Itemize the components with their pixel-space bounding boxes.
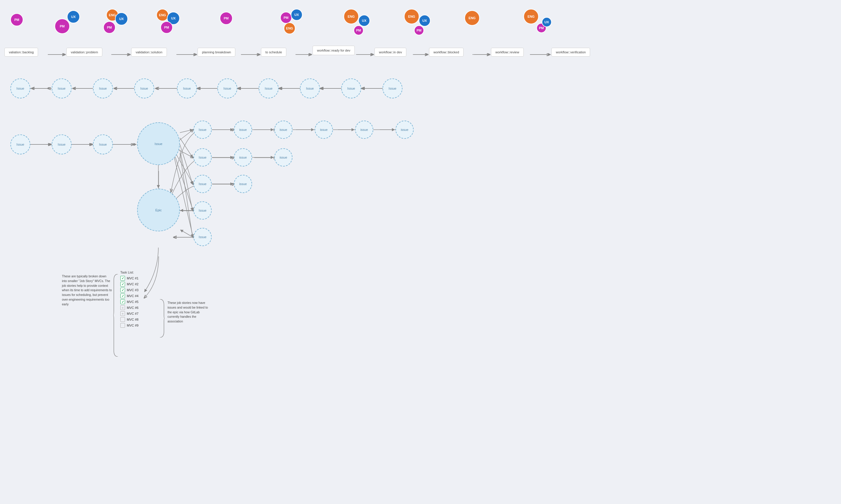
avatar-pm: PM <box>220 12 233 25</box>
avatar-ux: UX <box>67 10 80 23</box>
stage-backlog: valiation::backlog <box>4 48 38 57</box>
avatar-pm: PM <box>354 25 364 35</box>
stage-verification: workflow::verification <box>551 48 590 57</box>
avatar-pm: PM <box>10 13 23 26</box>
checkbox-4[interactable] <box>120 293 125 298</box>
epic-node: Epic <box>137 188 180 231</box>
issue-r1-1: Issue <box>10 78 30 98</box>
brace-right-svg <box>159 299 165 338</box>
task-item-6: MVC #6 <box>120 305 139 310</box>
avatar-row: PM PM UX ENG UX PM ENG UX PM PM PM UX EN… <box>0 6 841 44</box>
avatar-pm: PM <box>55 19 70 34</box>
task-item-8: MVC #8 <box>120 317 139 322</box>
task-item-2: MVC #2 <box>120 282 139 287</box>
issue-b2-3: issue <box>274 148 293 166</box>
avatar-pm: PM <box>160 21 173 34</box>
issue-b1-4: issue <box>315 121 333 139</box>
issue-r1-8: Issue <box>300 78 320 98</box>
issue-b1-6: issue <box>396 121 414 139</box>
issue-b4-1: Issue <box>193 201 212 220</box>
issue-r1-10: Issue <box>383 78 403 98</box>
task-label-2: MVC #2 <box>127 282 139 286</box>
svg-line-77 <box>180 138 193 157</box>
task-label-7: MVC #7 <box>127 312 139 316</box>
issue-b1-3: issue <box>274 121 293 139</box>
avatar-eng: ENG <box>284 22 296 34</box>
issue-r2-1: Issue <box>10 134 30 155</box>
issue-r1-7: Issue <box>259 78 279 98</box>
annotation-right: These job stories now have issues and wo… <box>168 301 212 324</box>
avatar-eng: ENG <box>523 9 539 24</box>
task-label-1: MVC #1 <box>127 276 139 280</box>
avatar-eng: ENG <box>465 10 480 26</box>
svg-line-85 <box>180 230 193 237</box>
issue-r1-3: Issue <box>93 78 113 98</box>
task-label-3: MVC #3 <box>127 288 139 292</box>
svg-line-71 <box>180 130 193 133</box>
stage-ready: workflow::ready for dev <box>313 46 355 55</box>
task-item-3: MVC #3 <box>120 288 139 292</box>
avatar-ux: UX <box>115 12 128 25</box>
issue-r2-2: Issue <box>52 134 72 155</box>
avatar-pm: PM <box>414 25 424 35</box>
avatar-ux: UX <box>542 17 552 27</box>
task-item-1: MVC #1 <box>120 276 139 281</box>
issue-b2-2: issue <box>234 148 252 166</box>
issue-r1-9: Issue <box>341 78 361 98</box>
task-label-5: MVC #5 <box>127 300 139 304</box>
issue-b5-1: Issue <box>193 228 212 246</box>
checkbox-8[interactable] <box>120 317 125 322</box>
checkbox-7[interactable] <box>120 311 125 316</box>
issue-r1-4: Issue <box>134 78 154 98</box>
main-canvas: PM PM UX ENG UX PM ENG UX PM PM PM UX EN… <box>0 0 841 504</box>
task-label-6: MVC #6 <box>127 306 139 309</box>
brace-svg <box>113 274 119 357</box>
issue-b2-1: Issue <box>193 148 212 166</box>
task-label-9: MVC #9 <box>127 324 139 327</box>
issue-b1-2: issue <box>234 121 252 139</box>
stage-planning: planning breakdown <box>197 48 235 57</box>
stage-problem: validation::problem <box>66 48 102 57</box>
issue-r1-2: Issue <box>52 78 72 98</box>
avatar-ux: UX <box>358 15 370 26</box>
avatar-ux: UX <box>419 15 431 26</box>
checkbox-1[interactable] <box>120 276 125 281</box>
stage-indev: workflow::in dev <box>374 48 406 57</box>
avatar-ux: UX <box>291 9 302 21</box>
annotation-left: These are typically broken down into sma… <box>62 274 112 307</box>
checkbox-2[interactable] <box>120 282 125 287</box>
task-list-title: Task List: <box>120 271 139 274</box>
svg-line-83 <box>180 153 193 237</box>
checkbox-3[interactable] <box>120 288 125 292</box>
issue-b3-2: issue <box>234 175 252 193</box>
stage-solution: validation::solution <box>131 48 167 57</box>
issue-b1-5: issue <box>355 121 373 139</box>
task-label-4: MVC #4 <box>127 294 139 298</box>
svg-line-41 <box>174 150 193 184</box>
svg-line-80 <box>180 144 193 184</box>
issue-r1-6: Issue <box>217 78 238 98</box>
task-label-8: MVC #8 <box>127 318 139 321</box>
task-item-7: MVC #7 <box>120 311 139 316</box>
task-item-9: MVC #9 <box>120 323 139 328</box>
avatar-eng: ENG <box>344 9 359 24</box>
task-list: Task List: MVC #1 MVC #2 MVC #3 MVC #4 M… <box>120 271 139 329</box>
detail-svg <box>0 0 841 504</box>
svg-line-44 <box>174 156 193 237</box>
task-item-5: MVC #5 <box>120 300 139 304</box>
stage-review: workflow::review <box>491 48 524 57</box>
connector-lines <box>0 0 841 504</box>
avatar-pm: PM <box>280 12 292 23</box>
avatar-pm: PM <box>103 21 116 34</box>
avatar-eng: ENG <box>404 9 419 24</box>
issue-r2-3: Issue <box>93 134 113 155</box>
stage-schedule: to schedule <box>261 48 286 57</box>
stage-blocked: workflow::blocked <box>429 48 463 57</box>
issue-b1-1: Issue <box>193 121 212 139</box>
issue-b3-1: Issue <box>193 175 212 193</box>
checkbox-9[interactable] <box>120 323 125 328</box>
issue-large: Issue <box>137 122 180 165</box>
checkbox-6[interactable] <box>120 305 125 310</box>
issue-r1-5: Issue <box>177 78 197 98</box>
checkbox-5[interactable] <box>120 300 125 304</box>
